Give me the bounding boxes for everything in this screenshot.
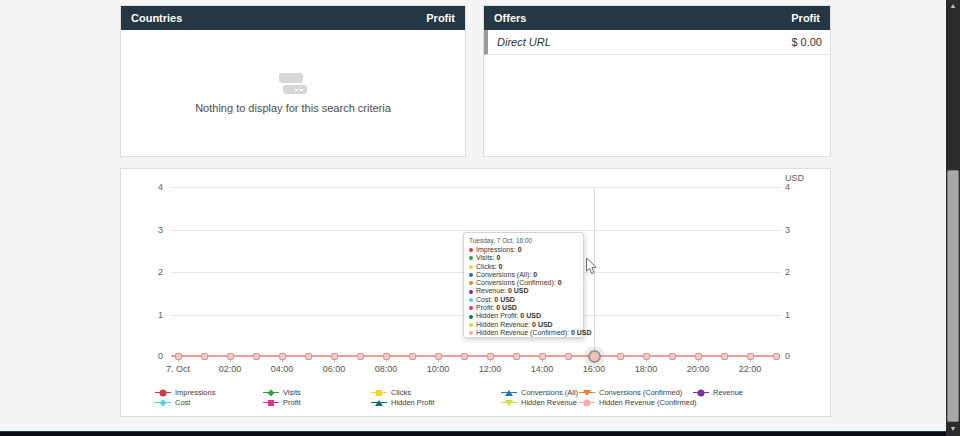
scrollbar-down-arrow-icon[interactable]: ▼ [946,423,960,435]
legend-item[interactable]: Conversions (Confirmed) [579,388,682,397]
tooltip-datetime: Tuesday, 7 Oct, 16:00 [469,237,578,244]
legend-item-label: Cost [175,398,190,407]
scrollbar-thumb[interactable] [947,170,959,422]
legend-item-label: Impressions [175,388,215,397]
data-point-marker[interactable] [279,353,286,360]
offers-panel-header: Offers Profit [484,6,830,30]
empty-list-icon [279,73,307,95]
data-point-marker[interactable] [175,353,182,360]
data-point-marker[interactable] [383,353,390,360]
legend-marker-shape [160,389,167,396]
legend-marker-icon [155,398,171,407]
data-point-marker[interactable] [643,353,650,360]
tooltip-row: Impressions: 0 [469,246,578,254]
legend-item[interactable]: Clicks [371,388,411,397]
tooltip-series-label: Impressions: [476,246,518,253]
legend-item[interactable]: Conversions (All) [501,388,578,397]
y-axis-label-right: 0 [785,351,805,361]
data-point-marker[interactable] [487,353,494,360]
data-point-marker[interactable] [409,353,416,360]
tooltip-row: Visits: 0 [469,254,578,262]
scrollbar-up-arrow-icon[interactable]: ▲ [946,0,960,12]
tooltip-series-value: 0 USD [508,287,529,294]
tooltip-series-label: Hidden Revenue (Confirmed): [476,329,571,336]
x-axis-label: 10:00 [416,364,460,374]
legend-item[interactable]: Visits [263,388,301,397]
legend-item-label: Conversions (All) [521,388,578,397]
data-point-marker[interactable] [539,353,546,360]
window-bottom-bar [0,431,946,436]
tooltip-series-bullet-icon [469,306,473,310]
countries-panel-header: Countries Profit [121,6,465,30]
countries-panel: Countries Profit Nothing to display for … [120,5,466,157]
data-point-marker[interactable] [227,353,234,360]
tooltip-series-bullet-icon [469,298,473,302]
data-point-marker[interactable] [721,353,728,360]
tooltip-series-label: Profit: [476,304,496,311]
legend-marker-icon [579,398,595,407]
tooltip-series-label: Hidden Profit: [476,312,520,319]
tooltip-series-label: Conversions (All): [476,271,533,278]
data-point-marker[interactable] [513,353,520,360]
data-point-marker[interactable] [357,353,364,360]
legend-item[interactable]: Hidden Profit [371,398,434,407]
legend-item-label: Hidden Profit [391,398,434,407]
legend-marker-shape [159,399,166,406]
tooltip-series-value: 0 [558,279,562,286]
data-point-marker[interactable] [747,353,754,360]
offers-profit-column-header[interactable]: Profit [791,12,820,24]
legend-marker-icon [371,388,387,397]
y-axis-label-left: 4 [143,182,163,192]
tooltip-series-bullet-icon [469,248,473,252]
y-axis-label-left: 0 [143,351,163,361]
x-axis-label: 08:00 [364,364,408,374]
data-point-marker[interactable] [617,353,624,360]
data-point-marker[interactable] [305,353,312,360]
data-point-marker[interactable] [773,353,780,360]
tooltip-series-bullet-icon [469,265,473,269]
dashboard-page: Countries Profit Nothing to display for … [0,0,960,436]
legend-item[interactable]: Hidden Revenue (Confirmed) [579,398,697,407]
legend-item-label: Hidden Revenue [521,398,577,407]
legend-marker-icon [501,388,517,397]
legend-item[interactable]: Impressions [155,388,215,397]
gridline [171,187,781,188]
countries-profit-column-header[interactable]: Profit [426,12,455,24]
tooltip-row: Hidden Profit: 0 USD [469,312,578,320]
legend-item[interactable]: Hidden Revenue [501,398,577,407]
legend-item[interactable]: Cost [155,398,190,407]
legend-item[interactable]: Profit [263,398,301,407]
x-axis-label: 04:00 [260,364,304,374]
legend-marker-shape [505,390,513,396]
data-point-marker[interactable] [331,353,338,360]
offers-panel: Offers Profit Direct URL $ 0.00 [483,5,831,157]
offer-name[interactable]: Direct URL [497,36,551,48]
legend-marker-shape [698,389,705,396]
data-point-marker[interactable] [435,353,442,360]
data-point-marker[interactable] [461,353,468,360]
tooltip-series-value: 0 USD [496,304,517,311]
tooltip-series-label: Clicks: [476,263,499,270]
traffic-chart-panel: 44332211007. Oct02:0004:0006:0008:0010:0… [120,168,831,417]
data-point-marker[interactable] [201,353,208,360]
empty-state-message: Nothing to display for this search crite… [195,102,391,114]
data-point-marker[interactable] [253,353,260,360]
data-point-marker[interactable] [695,353,702,360]
legend-marker-icon [263,398,279,407]
legend-item[interactable]: Revenue [693,388,743,397]
hovered-data-point[interactable] [588,350,601,363]
vertical-scrollbar[interactable]: ▲ ▼ [946,0,960,436]
legend-item-label: Hidden Revenue (Confirmed) [599,398,697,407]
tooltip-series-label: Conversions (Confirmed): [476,279,558,286]
countries-panel-title: Countries [131,12,182,24]
data-point-marker[interactable] [565,353,572,360]
legend-marker-icon [371,398,387,407]
legend-item-label: Revenue [713,388,743,397]
right-axis-unit-label: USD [785,173,804,183]
tooltip-series-value: 0 [518,246,522,253]
legend-marker-shape [376,390,382,396]
offer-row-direct-url[interactable]: Direct URL $ 0.00 [484,30,830,55]
data-point-marker[interactable] [669,353,676,360]
tooltip-series-bullet-icon [469,315,473,319]
x-axis-label: 14:00 [520,364,564,374]
